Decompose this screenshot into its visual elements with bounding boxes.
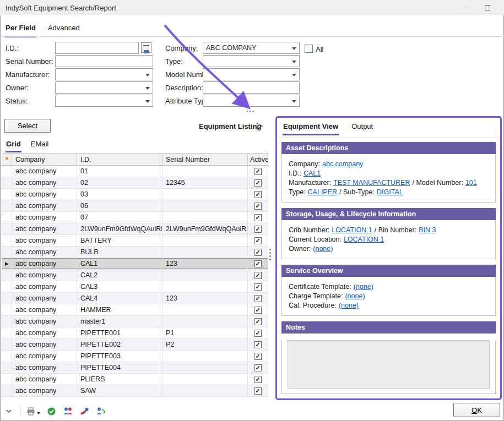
active-checkbox[interactable]: ✓	[254, 226, 262, 233]
table-row[interactable]: abc companyPLIERS✓	[2, 374, 268, 385]
row-selector	[2, 189, 12, 200]
table-row[interactable]: abc companyPIPETTE004✓	[2, 362, 268, 374]
id-link[interactable]: CAL1	[304, 170, 321, 177]
company-dropdown[interactable]: ABC COMPANY	[203, 42, 300, 54]
cell-serial	[162, 385, 248, 396]
owner-link[interactable]: (none)	[313, 245, 333, 253]
table-row[interactable]: abc companyCAL3✓	[2, 281, 268, 293]
tab-grid[interactable]: Grid	[6, 139, 21, 152]
column-header-active[interactable]: Active	[248, 154, 268, 165]
crib-number-link[interactable]: LOCATION 1	[332, 226, 372, 234]
maximize-button[interactable]	[476, 0, 498, 15]
table-row[interactable]: abc company01✓	[2, 166, 268, 177]
tab-email[interactable]: EMail	[30, 139, 50, 152]
active-checkbox[interactable]: ✓	[254, 387, 262, 395]
type-dropdown[interactable]	[203, 55, 300, 67]
notes-textarea[interactable]	[288, 340, 490, 389]
description-input[interactable]	[203, 81, 300, 94]
status-dropdown[interactable]	[55, 95, 153, 107]
table-row[interactable]: abc company03✓	[2, 189, 268, 200]
table-row[interactable]: abc companymaster1✓	[2, 316, 268, 327]
all-checkbox[interactable]	[305, 45, 313, 53]
table-row[interactable]: abc companyBATTERY✓	[2, 235, 268, 247]
id-input[interactable]	[55, 42, 139, 54]
user-sync-button[interactable]	[95, 405, 106, 417]
cell-company: abc company	[12, 235, 77, 246]
tab-advanced[interactable]: Advanced	[47, 22, 80, 37]
table-row[interactable]: abc companyBULB✓	[2, 247, 268, 258]
row-selector	[2, 281, 12, 292]
table-row[interactable]: abc company2LW9unFm9GfdWqQAuiRMLI2LW9unF…	[2, 223, 268, 235]
active-checkbox[interactable]: ✓	[254, 283, 262, 291]
cell-id: PIPETTE001	[77, 327, 162, 338]
equipment-view-panel: Equipment View Output Asset Descriptions…	[275, 116, 502, 400]
bin-number-link[interactable]: BIN 3	[419, 226, 436, 234]
owner-dropdown[interactable]	[55, 81, 153, 94]
table-row[interactable]: abc company06✓	[2, 200, 268, 212]
users-button[interactable]	[62, 405, 73, 417]
print-button[interactable]	[26, 405, 40, 417]
active-checkbox[interactable]: ✓	[254, 307, 262, 314]
active-checkbox[interactable]: ✓	[254, 260, 262, 267]
active-checkbox[interactable]: ✓	[254, 295, 262, 302]
horizontal-splitter-handle[interactable]: ···	[246, 107, 255, 115]
subtype-link[interactable]: DIGITAL	[377, 188, 403, 196]
ok-button[interactable]: OK	[453, 403, 500, 417]
active-checkbox[interactable]: ✓	[254, 203, 262, 210]
table-row[interactable]: abc companyHAMMER✓	[2, 304, 268, 316]
tab-per-field[interactable]: Per Field	[5, 22, 36, 37]
certificate-template-link[interactable]: (none)	[354, 283, 373, 291]
id-lookup-button[interactable]	[141, 42, 151, 53]
column-header-company[interactable]: Company	[12, 154, 77, 165]
attribute-type-dropdown[interactable]	[203, 95, 300, 107]
manufacturer-link[interactable]: TEST MANUFACTURER	[333, 179, 410, 187]
active-checkbox[interactable]: ✓	[254, 330, 262, 337]
table-row[interactable]: abc companyPIPETTE003✓	[2, 351, 268, 362]
active-checkbox[interactable]: ✓	[254, 318, 262, 325]
model-number-link[interactable]: 101	[465, 179, 477, 187]
column-header-id[interactable]: I.D.	[77, 154, 162, 165]
table-row[interactable]: abc companyCAL4123✓	[2, 293, 268, 304]
cal-procedure-link[interactable]: (none)	[339, 302, 359, 309]
active-checkbox[interactable]: ✓	[254, 249, 262, 256]
cell-id: CAL1	[77, 258, 162, 269]
tools-button[interactable]	[79, 405, 90, 417]
active-checkbox[interactable]: ✓	[254, 191, 262, 198]
column-header-serial[interactable]: Serial Number	[162, 154, 248, 165]
table-row[interactable]: abc company07✓	[2, 212, 268, 223]
vertical-splitter-handle[interactable]	[269, 249, 271, 260]
toolbar-menu-button[interactable]	[3, 405, 14, 417]
cell-id: 07	[77, 212, 162, 223]
chevron-down-icon	[145, 74, 150, 76]
active-checkbox[interactable]: ✓	[254, 364, 262, 371]
table-row[interactable]: abc companySAW✓	[2, 385, 268, 397]
active-checkbox[interactable]: ✓	[254, 341, 262, 348]
active-checkbox[interactable]: ✓	[254, 168, 262, 175]
play-icon[interactable]: ▷	[257, 121, 263, 130]
chevron-down-icon	[37, 412, 40, 414]
table-row[interactable]: abc company0212345✓	[2, 177, 268, 189]
current-location-link[interactable]: LOCATION 1	[344, 236, 384, 243]
active-checkbox[interactable]: ✓	[254, 272, 262, 279]
table-row[interactable]: abc companyCAL2✓	[2, 270, 268, 281]
active-checkbox[interactable]: ✓	[254, 237, 262, 244]
type-link[interactable]: CALIPER	[308, 188, 338, 196]
active-checkbox[interactable]: ✓	[254, 179, 262, 187]
charge-template-link[interactable]: (none)	[345, 292, 365, 300]
minimize-button[interactable]	[454, 0, 476, 15]
select-button[interactable]: Select	[4, 119, 51, 133]
manufacturer-dropdown[interactable]	[55, 68, 153, 80]
validate-button[interactable]	[46, 405, 57, 417]
serial-input[interactable]	[55, 55, 153, 67]
table-row[interactable]: abc companyPIPETTE001P1✓	[2, 327, 268, 339]
tab-equipment-view[interactable]: Equipment View	[283, 121, 339, 135]
selector-column-header[interactable]: *	[2, 154, 12, 165]
active-checkbox[interactable]: ✓	[254, 376, 262, 383]
active-checkbox[interactable]: ✓	[254, 214, 262, 221]
active-checkbox[interactable]: ✓	[254, 353, 262, 360]
table-row[interactable]: ▶abc companyCAL1123✓	[2, 258, 268, 270]
tab-output[interactable]: Output	[351, 121, 373, 135]
table-row[interactable]: abc companyPIPETTE002P2✓	[2, 339, 268, 351]
company-link[interactable]: abc company	[322, 160, 363, 168]
model-dropdown[interactable]	[203, 68, 300, 80]
